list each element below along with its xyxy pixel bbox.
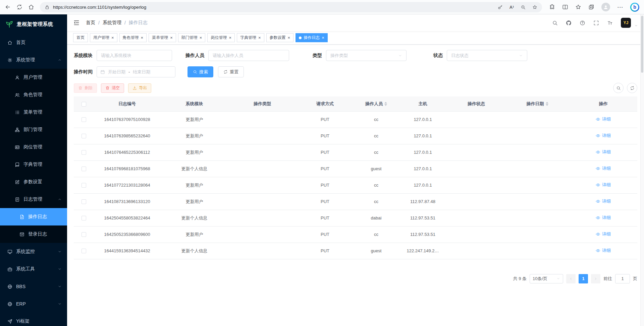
detail-link[interactable]: 详细	[596, 149, 611, 155]
column-header[interactable]: 操作人员	[354, 96, 398, 111]
row-checkbox[interactable]	[82, 167, 86, 171]
breadcrumb-home[interactable]: 首页	[86, 20, 95, 26]
sidebar-item-tool[interactable]: 系统工具	[0, 260, 67, 278]
split-screen-icon[interactable]	[562, 4, 568, 10]
date-range-picker[interactable]: 开始日期 - 结束日期	[97, 66, 175, 77]
sidebar-item-erp[interactable]: ERP	[0, 295, 67, 313]
favorites-icon[interactable]	[575, 4, 581, 10]
sidebar-item-system[interactable]: 系统管理	[0, 51, 67, 69]
search-button[interactable]: 搜索	[187, 66, 213, 77]
read-aloud-icon[interactable]: A⁾	[509, 5, 514, 10]
github-icon[interactable]	[566, 20, 572, 26]
sidebar-item-yiframe[interactable]: Yi框架	[0, 313, 67, 326]
detail-link[interactable]: 详细	[596, 248, 611, 254]
profile-avatar[interactable]	[601, 3, 610, 11]
next-page-button[interactable]	[591, 274, 600, 283]
fullscreen-icon[interactable]	[593, 20, 599, 26]
goto-page-input[interactable]	[615, 274, 630, 283]
user-caret-icon[interactable]	[634, 24, 638, 27]
status-select[interactable]: 日志状态	[447, 50, 527, 61]
back-icon[interactable]	[5, 4, 11, 10]
row-checkbox[interactable]	[82, 117, 86, 122]
close-icon[interactable]: ×	[200, 36, 202, 40]
row-checkbox[interactable]	[82, 216, 86, 220]
more-menu-icon[interactable]: ⋯	[617, 4, 623, 11]
tab-2[interactable]: 角色管理 ×	[119, 33, 147, 42]
sidebar-item-config[interactable]: 参数设置	[0, 173, 67, 191]
delete-button[interactable]: 删除	[74, 83, 97, 93]
tab-6[interactable]: 字典管理 ×	[237, 33, 264, 42]
refresh-table-button[interactable]	[627, 83, 637, 93]
bing-icon[interactable]: b	[630, 3, 639, 12]
sidebar-item-bbs[interactable]: BBS	[0, 278, 67, 295]
sidebar-item-log[interactable]: 日志管理	[0, 191, 67, 208]
sidebar-item-post[interactable]: 岗位管理	[0, 138, 67, 156]
search-icon[interactable]	[552, 20, 558, 26]
sidebar-item-user[interactable]: 用户管理	[0, 69, 67, 86]
reload-icon[interactable]	[16, 4, 22, 10]
tab-5[interactable]: 岗位管理 ×	[207, 33, 235, 42]
row-checkbox[interactable]	[82, 199, 86, 204]
help-icon[interactable]	[580, 20, 585, 26]
tab-4[interactable]: 部门管理 ×	[178, 33, 206, 42]
module-input[interactable]	[97, 50, 172, 61]
scrollbar[interactable]	[640, 14, 644, 326]
sidebar-item-monitor[interactable]: 系统监控	[0, 243, 67, 260]
tab-1[interactable]: 用户管理 ×	[90, 33, 117, 42]
tab-7[interactable]: 参数设置 ×	[266, 33, 294, 42]
close-icon[interactable]: ×	[288, 36, 290, 40]
row-checkbox[interactable]	[82, 232, 86, 237]
sort-icon[interactable]	[384, 102, 387, 106]
reset-button[interactable]: 重置	[218, 66, 244, 77]
detail-link[interactable]: 详细	[596, 198, 611, 204]
detail-link[interactable]: 详细	[596, 166, 611, 172]
tab-3[interactable]: 菜单管理 ×	[149, 33, 176, 42]
sidebar-item-menu[interactable]: 菜单管理	[0, 104, 67, 121]
address-bar[interactable]: https://ccnetcore.com:1101/system/log/op…	[40, 2, 542, 12]
sidebar-item-dict[interactable]: 字典管理	[0, 156, 67, 173]
sidebar-item-dept[interactable]: 部门管理	[0, 121, 67, 138]
column-header[interactable]: 操作日期	[505, 96, 569, 111]
close-icon[interactable]: ×	[229, 36, 231, 40]
url-text[interactable]: https://ccnetcore.com:1101/system/log/op…	[53, 5, 494, 10]
select-all-checkbox[interactable]	[82, 102, 86, 107]
row-checkbox[interactable]	[82, 150, 86, 155]
collections-icon[interactable]	[588, 4, 594, 10]
sidebar-item-home[interactable]: 首页	[0, 34, 67, 51]
password-key-icon[interactable]	[498, 5, 503, 10]
zoom-out-icon[interactable]	[521, 5, 526, 10]
detail-link[interactable]: 详细	[596, 231, 611, 237]
close-icon[interactable]: ×	[322, 36, 324, 40]
breadcrumb-system[interactable]: 系统管理	[103, 20, 121, 26]
detail-link[interactable]: 详细	[596, 182, 611, 188]
favorites-add-icon[interactable]	[532, 5, 537, 10]
detail-link[interactable]: 详细	[596, 133, 611, 139]
page-size-select[interactable]: 10条/页	[530, 274, 563, 283]
detail-link[interactable]: 详细	[596, 116, 611, 122]
clear-button[interactable]: 清空	[101, 83, 124, 93]
prev-page-button[interactable]	[566, 274, 576, 283]
tab-8[interactable]: 操作日志 ×	[296, 33, 328, 42]
sidebar-item-loginlog[interactable]: 登录日志	[0, 225, 67, 243]
close-icon[interactable]: ×	[170, 36, 173, 40]
row-checkbox[interactable]	[82, 249, 86, 253]
font-size-icon[interactable]	[607, 20, 613, 26]
type-select[interactable]: 操作类型	[326, 50, 407, 61]
toggle-search-button[interactable]	[613, 83, 624, 93]
sidebar-item-role[interactable]: 角色管理	[0, 86, 67, 104]
export-button[interactable]: 导出	[128, 83, 151, 93]
row-checkbox[interactable]	[82, 183, 86, 188]
browser-home-icon[interactable]	[28, 4, 34, 10]
current-page[interactable]: 1	[579, 274, 588, 283]
sort-icon[interactable]	[546, 102, 548, 106]
tab-0[interactable]: 首页	[73, 33, 88, 42]
close-icon[interactable]: ×	[258, 36, 261, 40]
user-avatar[interactable]: YJ	[621, 18, 631, 28]
detail-link[interactable]: 详细	[596, 215, 611, 221]
extensions-icon[interactable]	[549, 4, 555, 10]
row-checkbox[interactable]	[82, 134, 86, 138]
close-icon[interactable]: ×	[141, 36, 144, 40]
sidebar-toggle-icon[interactable]	[73, 19, 80, 26]
scrollbar-thumb[interactable]	[641, 16, 643, 73]
operator-input[interactable]	[208, 50, 289, 61]
